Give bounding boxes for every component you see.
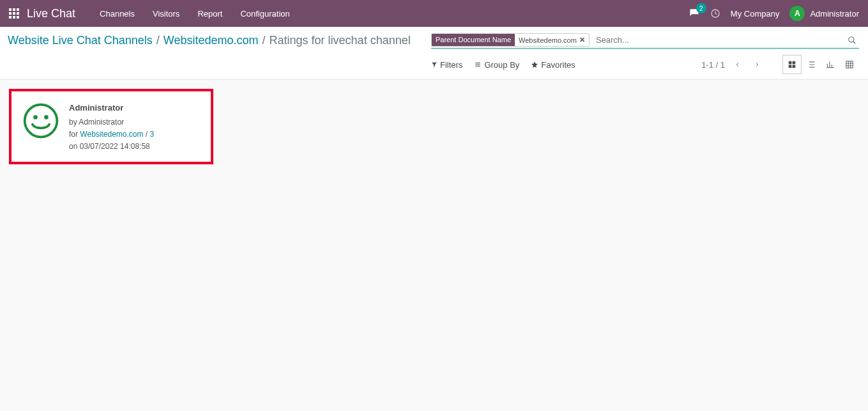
menu-report[interactable]: Report bbox=[188, 1, 231, 26]
user-menu[interactable]: A Administrator bbox=[789, 6, 859, 21]
chevron-left-icon bbox=[735, 61, 740, 68]
navbar-right: 2 My Company A Administrator bbox=[689, 6, 859, 21]
rating-smiley bbox=[22, 102, 60, 140]
search-facet: Parent Document Name Websitedemo.com ✕ bbox=[431, 33, 590, 47]
view-list[interactable] bbox=[802, 55, 821, 74]
breadcrumb-link-0[interactable]: Website Live Chat Channels bbox=[8, 34, 153, 47]
search-bar[interactable]: Parent Document Name Websitedemo.com ✕ bbox=[431, 32, 859, 49]
menu-visitors[interactable]: Visitors bbox=[144, 1, 188, 26]
rating-card[interactable]: Administrator by Administrator for Websi… bbox=[9, 89, 213, 164]
for-link[interactable]: Websitedemo.com bbox=[80, 130, 143, 139]
view-switcher bbox=[782, 55, 859, 74]
apps-grid-icon bbox=[9, 8, 19, 19]
activities-button[interactable] bbox=[710, 8, 720, 19]
app-title[interactable]: Live Chat bbox=[27, 7, 75, 20]
card-title: Administrator bbox=[69, 102, 154, 115]
svg-rect-3 bbox=[793, 61, 796, 65]
control-panel: Website Live Chat Channels / Websitedemo… bbox=[0, 27, 868, 80]
facet-value-text: Websitedemo.com bbox=[519, 36, 577, 44]
pager-next[interactable] bbox=[750, 58, 763, 71]
search-icon[interactable] bbox=[845, 36, 859, 45]
pager: 1-1 / 1 bbox=[701, 55, 859, 74]
view-kanban[interactable] bbox=[782, 55, 802, 74]
breadcrumb: Website Live Chat Channels / Websitedemo… bbox=[8, 34, 411, 47]
card-body: Administrator by Administrator for Websi… bbox=[69, 102, 154, 153]
menu-configuration[interactable]: Configuration bbox=[231, 1, 298, 26]
card-by-line: by Administrator bbox=[69, 116, 154, 128]
messaging-button[interactable]: 2 bbox=[689, 8, 700, 19]
pager-text: 1-1 / 1 bbox=[701, 60, 725, 70]
view-pivot[interactable] bbox=[840, 55, 859, 74]
svg-point-9 bbox=[44, 115, 49, 120]
by-prefix: by bbox=[69, 118, 79, 127]
on-prefix: on bbox=[69, 142, 80, 151]
favorites-label: Favorites bbox=[541, 60, 575, 70]
user-name: Administrator bbox=[810, 9, 859, 19]
for-prefix: for bbox=[69, 130, 80, 139]
facet-remove-button[interactable]: ✕ bbox=[579, 36, 585, 44]
kanban-icon bbox=[788, 60, 796, 69]
svg-rect-5 bbox=[793, 65, 796, 68]
clock-icon bbox=[710, 8, 720, 19]
svg-point-7 bbox=[25, 105, 57, 137]
filters-button[interactable]: Filters bbox=[431, 60, 462, 70]
avatar: A bbox=[789, 6, 805, 21]
card-for-line: for Websitedemo.com / 3 bbox=[69, 128, 154, 141]
list-view-icon bbox=[807, 60, 816, 69]
apps-launcher[interactable] bbox=[9, 8, 19, 19]
svg-rect-2 bbox=[789, 61, 792, 65]
facet-label: Parent Document Name bbox=[432, 34, 515, 46]
search-input[interactable] bbox=[593, 33, 845, 47]
for-count[interactable]: 3 bbox=[150, 130, 155, 139]
breadcrumb-link-1[interactable]: Websitedemo.com bbox=[164, 34, 259, 47]
list-icon bbox=[474, 61, 482, 68]
chevron-right-icon bbox=[754, 61, 759, 68]
for-sep: / bbox=[144, 130, 150, 139]
card-on-line: on 03/07/2022 14:08:58 bbox=[69, 141, 154, 153]
pager-prev[interactable] bbox=[731, 58, 744, 71]
breadcrumb-sep: / bbox=[156, 34, 160, 47]
funnel-icon bbox=[431, 61, 438, 68]
groupby-label: Group By bbox=[484, 60, 519, 70]
top-navbar: Live Chat Channels Visitors Report Confi… bbox=[0, 0, 868, 27]
svg-rect-6 bbox=[846, 61, 853, 68]
filters-label: Filters bbox=[440, 60, 462, 70]
breadcrumb-current: Ratings for livechat channel bbox=[270, 34, 411, 47]
by-name: Administrator bbox=[79, 118, 124, 127]
menu-channels[interactable]: Channels bbox=[91, 1, 144, 26]
kanban-view: Administrator by Administrator for Websi… bbox=[0, 80, 868, 173]
view-graph[interactable] bbox=[821, 55, 840, 74]
pivot-icon bbox=[845, 60, 854, 69]
messages-badge: 2 bbox=[696, 3, 706, 13]
favorites-button[interactable]: Favorites bbox=[531, 60, 575, 70]
svg-point-8 bbox=[33, 115, 38, 120]
navbar-menu: Channels Visitors Report Configuration bbox=[91, 1, 299, 26]
on-date: 03/07/2022 14:08:58 bbox=[80, 142, 150, 151]
star-icon bbox=[531, 61, 538, 68]
company-switcher[interactable]: My Company bbox=[731, 9, 780, 19]
breadcrumb-sep: / bbox=[263, 34, 266, 47]
graph-icon bbox=[826, 60, 835, 69]
groupby-button[interactable]: Group By bbox=[474, 60, 519, 70]
smiley-happy-icon bbox=[22, 102, 60, 140]
svg-point-1 bbox=[849, 36, 854, 42]
facet-value: Websitedemo.com ✕ bbox=[515, 34, 589, 46]
svg-rect-4 bbox=[789, 65, 792, 68]
